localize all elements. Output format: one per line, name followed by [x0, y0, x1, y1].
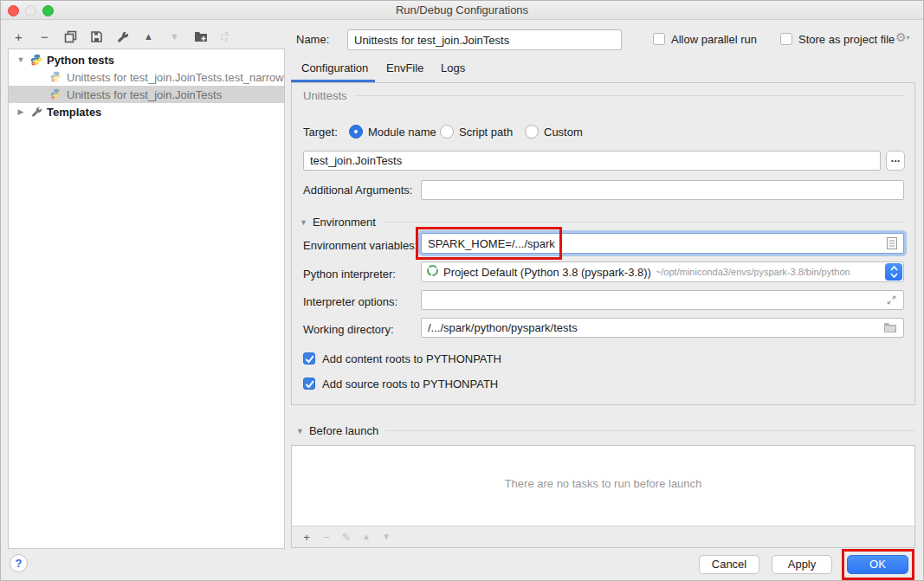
interpreter-env-icon — [426, 264, 439, 280]
tree-node-label: Unittests for test_join.JoinTests — [67, 88, 222, 101]
tree-node-label: Python tests — [47, 54, 114, 67]
move-task-down-button[interactable]: ▼ — [380, 531, 392, 543]
python-test-icon — [50, 88, 62, 100]
chevron-down-icon[interactable]: ▼ — [16, 55, 26, 64]
add-content-roots-label: Add content roots to PYTHONPATH — [322, 352, 501, 365]
interpreter-options-label: Interpreter options: — [303, 295, 397, 308]
python-interpreter-select[interactable]: Project Default (Python 3.8 (pyspark-3.8… — [421, 261, 904, 282]
combobox-stepper-icon[interactable] — [885, 263, 902, 281]
before-launch-header[interactable]: ▼ Before launch — [296, 424, 915, 437]
save-configuration-icon[interactable] — [89, 29, 104, 44]
before-launch-empty-text: There are no tasks to run before launch — [292, 477, 914, 490]
interpreter-options-input[interactable] — [421, 290, 904, 310]
collapse-icon[interactable]: ▼ — [296, 427, 304, 436]
chevron-right-icon[interactable]: ▶ — [16, 107, 26, 116]
copy-configuration-icon[interactable] — [63, 29, 78, 44]
tree-node-python-tests[interactable]: ▼ Python tests — [9, 51, 284, 68]
templates-wrench-icon — [30, 106, 42, 118]
allow-parallel-run-checkbox[interactable] — [653, 33, 665, 45]
interpreter-name: Project Default (Python 3.8 (pyspark-3.8… — [443, 266, 651, 279]
environment-variables-input[interactable]: SPARK_HOME=/.../spark — [421, 233, 904, 254]
sort-configurations-icon[interactable]: ↓ az — [219, 30, 228, 42]
remove-configuration-button[interactable]: − — [37, 29, 52, 44]
tree-node-label: Templates — [47, 106, 101, 119]
python-interpreter-label: Python interpreter: — [303, 268, 396, 281]
run-debug-configurations-dialog: Run/Debug Configurations + − ▲ ▼ ↓ az ▼ — [0, 0, 924, 581]
move-up-button[interactable]: ▲ — [141, 29, 156, 44]
gear-icon[interactable]: ⚙▾ — [895, 30, 910, 44]
target-module-name-radio[interactable] — [349, 125, 363, 139]
collapse-icon[interactable]: ▼ — [300, 218, 307, 227]
browse-folder-icon[interactable] — [883, 322, 897, 333]
target-input[interactable]: test_join.JoinTests — [303, 151, 881, 171]
ok-button[interactable]: OK — [847, 555, 908, 574]
help-button[interactable]: ? — [10, 554, 28, 572]
tree-node-label: Unittests for test_join.JoinTests.test_n… — [67, 71, 284, 84]
target-label: Target: — [303, 126, 338, 139]
add-source-roots-label: Add source roots to PYTHONPATH — [322, 378, 498, 391]
cancel-button[interactable]: Cancel — [699, 555, 759, 574]
before-launch-toolbar: + − ✎ ▲ ▼ — [292, 526, 914, 547]
apply-button[interactable]: Apply — [772, 555, 832, 574]
add-content-roots-checkbox[interactable] — [303, 352, 315, 365]
target-custom-label: Custom — [544, 126, 583, 139]
expand-editor-icon[interactable] — [886, 294, 897, 306]
add-source-roots-checkbox[interactable] — [303, 378, 315, 390]
window-title: Run/Debug Configurations — [1, 1, 923, 20]
store-as-project-file-label: Store as project file — [798, 33, 895, 46]
target-script-path-label: Script path — [459, 126, 513, 139]
name-label: Name: — [296, 33, 329, 46]
title-bar: Run/Debug Configurations — [1, 1, 923, 20]
configurations-tree: ▼ Python tests Unittests for test_join.J… — [8, 48, 285, 549]
edit-task-icon[interactable]: ✎ — [340, 531, 352, 543]
python-tests-icon — [30, 54, 42, 66]
store-as-project-file-checkbox[interactable] — [780, 33, 792, 45]
additional-arguments-label: Additional Arguments: — [303, 184, 412, 197]
tab-configuration[interactable]: Configuration — [301, 61, 368, 74]
before-launch-task-list: There are no tasks to run before launch … — [291, 445, 915, 548]
edit-templates-icon[interactable] — [115, 29, 130, 44]
add-configuration-button[interactable]: + — [11, 29, 26, 44]
environment-variables-label: Environment variables: — [303, 239, 417, 252]
move-task-up-button[interactable]: ▲ — [360, 531, 372, 543]
browse-target-button[interactable]: ... — [886, 151, 905, 171]
browse-env-variables-icon[interactable] — [887, 237, 897, 249]
unittests-group-header: Unittests — [303, 89, 905, 102]
interpreter-path: ~/opt/miniconda3/envs/pyspark-3.8/bin/py… — [656, 267, 850, 277]
move-down-button[interactable]: ▼ — [167, 29, 182, 44]
environment-group-header[interactable]: ▼ Environment — [300, 216, 905, 229]
add-task-button[interactable]: + — [300, 531, 313, 543]
remove-task-button[interactable]: − — [320, 531, 333, 543]
tree-node-templates[interactable]: ▶ Templates — [9, 103, 284, 120]
tab-logs[interactable]: Logs — [441, 61, 465, 74]
configurations-toolbar: + − ▲ ▼ ↓ az — [11, 28, 228, 45]
new-folder-icon[interactable] — [193, 29, 208, 44]
working-directory-label: Working directory: — [303, 323, 394, 336]
python-test-icon — [50, 71, 62, 83]
target-module-name-label: Module name — [368, 126, 436, 139]
allow-parallel-run-label: Allow parallel run — [671, 33, 757, 46]
target-script-path-radio[interactable] — [440, 125, 454, 139]
additional-arguments-input[interactable] — [421, 180, 904, 200]
name-input[interactable] — [347, 29, 622, 50]
tree-node-jointests-selected[interactable]: Unittests for test_join.JoinTests — [9, 86, 284, 103]
working-directory-input[interactable]: /.../spark/python/pyspark/tests — [421, 318, 904, 338]
tab-envfile[interactable]: EnvFile — [386, 61, 423, 74]
target-custom-radio[interactable] — [525, 125, 539, 139]
tree-node-test-narrow[interactable]: Unittests for test_join.JoinTests.test_n… — [9, 68, 284, 86]
